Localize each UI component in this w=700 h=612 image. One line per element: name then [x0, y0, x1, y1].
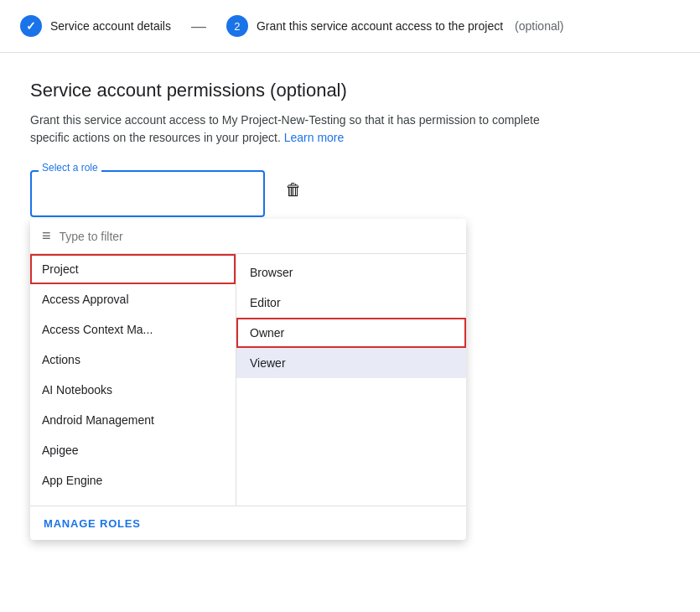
right-item-viewer[interactable]: Viewer — [236, 348, 466, 378]
left-item-apigee-label: Apigee — [42, 443, 79, 457]
role-row: Select a role ≡ Project — [30, 170, 670, 217]
right-item-owner[interactable]: Owner — [236, 318, 466, 348]
step2-optional: (optional) — [515, 19, 563, 33]
role-select-wrapper: Select a role ≡ Project — [30, 170, 265, 217]
left-item-ai-notebooks[interactable]: AI Notebooks — [30, 375, 236, 405]
right-item-browser[interactable]: Browser — [236, 257, 466, 288]
step2-number: 2 — [234, 20, 240, 33]
left-column: Project Access Approval Access Context M… — [30, 254, 236, 506]
right-item-owner-label: Owner — [250, 326, 284, 340]
role-select-box[interactable]: Select a role — [30, 170, 265, 217]
filter-input[interactable] — [60, 230, 454, 243]
main-content: Service account permissions (optional) G… — [0, 53, 700, 237]
learn-more-link[interactable]: Learn more — [284, 131, 345, 144]
right-item-editor[interactable]: Editor — [236, 288, 466, 318]
left-item-access-context[interactable]: Access Context Ma... — [30, 314, 236, 345]
left-item-actions[interactable]: Actions — [30, 345, 236, 375]
right-item-editor-label: Editor — [250, 296, 281, 309]
step2-circle: 2 — [226, 15, 248, 37]
left-item-app-engine[interactable]: App Engine — [30, 465, 236, 495]
step2-label: Grant this service account access to the… — [257, 19, 503, 33]
step2-item: 2 Grant this service account access to t… — [226, 15, 564, 37]
checkmark-icon: ✓ — [26, 19, 36, 33]
left-item-ai-notebooks-label: AI Notebooks — [42, 383, 112, 397]
description-text: Grant this service account access to My … — [30, 112, 550, 147]
left-item-android-label: Android Management — [42, 413, 154, 427]
step1-label: Service account details — [50, 19, 171, 33]
right-item-viewer-label: Viewer — [250, 356, 286, 370]
delete-icon: 🗑 — [285, 180, 302, 199]
role-dropdown: ≡ Project Access Approval — [30, 219, 466, 540]
step-header: ✓ Service account details — 2 Grant this… — [0, 0, 700, 53]
right-column: Browser Editor Owner Viewer — [236, 254, 466, 506]
left-item-access-context-label: Access Context Ma... — [42, 323, 153, 336]
left-item-actions-label: Actions — [42, 353, 80, 366]
left-item-apigee[interactable]: Apigee — [30, 435, 236, 465]
left-item-access-approval-label: Access Approval — [42, 293, 129, 306]
page-title: Service account permissions (optional) — [30, 80, 670, 101]
step1-circle: ✓ — [20, 15, 42, 37]
step1-item: ✓ Service account details — [20, 15, 171, 37]
left-item-project[interactable]: Project — [30, 254, 236, 284]
filter-row: ≡ — [30, 219, 466, 254]
left-item-android[interactable]: Android Management — [30, 405, 236, 435]
left-item-access-approval[interactable]: Access Approval — [30, 284, 236, 314]
right-item-browser-label: Browser — [250, 266, 293, 279]
step-separator: — — [184, 18, 213, 35]
manage-roles-button[interactable]: MANAGE ROLES — [44, 517, 141, 530]
left-item-app-engine-label: App Engine — [42, 474, 102, 487]
dropdown-footer: MANAGE ROLES — [30, 506, 466, 540]
delete-icon-wrapper[interactable]: 🗑 — [285, 180, 302, 200]
left-item-project-label: Project — [42, 262, 79, 276]
dropdown-body: Project Access Approval Access Context M… — [30, 254, 466, 506]
role-select-label: Select a role — [39, 162, 101, 174]
filter-icon: ≡ — [42, 227, 51, 245]
